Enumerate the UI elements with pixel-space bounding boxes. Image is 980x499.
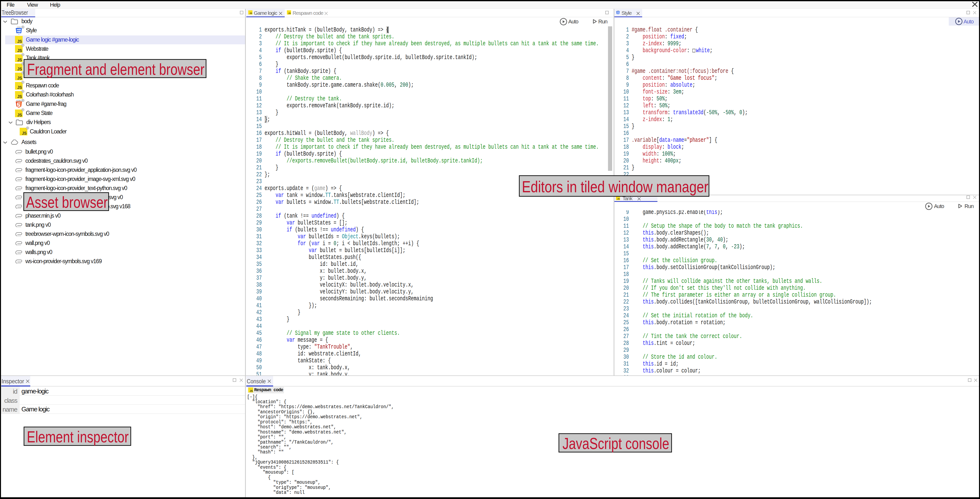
svg-text:JS: JS: [617, 198, 620, 200]
svg-text:JS: JS: [250, 12, 252, 14]
svg-text:JS: JS: [288, 12, 291, 14]
svg-text:JS: JS: [17, 39, 22, 43]
svg-text:JS: JS: [17, 67, 22, 71]
svg-text:JS: JS: [17, 85, 22, 89]
svg-text:JS: JS: [17, 58, 22, 62]
svg-text:HTML: HTML: [16, 99, 21, 102]
svg-text:JS: JS: [22, 131, 27, 136]
svg-text:CSS: CSS: [617, 10, 619, 11]
svg-text:JS: JS: [17, 76, 22, 80]
svg-text:JS: JS: [250, 390, 253, 392]
svg-text:CSS: CSS: [17, 26, 21, 28]
svg-text:JS: JS: [17, 94, 22, 99]
svg-text:JS: JS: [17, 48, 22, 53]
svg-text:JS: JS: [17, 113, 22, 117]
